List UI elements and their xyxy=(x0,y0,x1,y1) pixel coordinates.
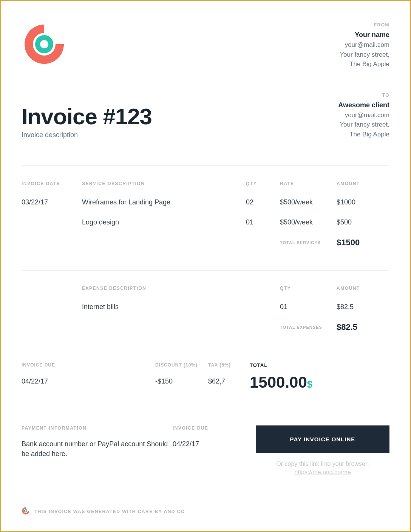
payment-due-label: INVOICE DUE xyxy=(173,425,256,431)
brand-logo xyxy=(22,22,67,69)
copy-link[interactable]: https://me.and.co/me xyxy=(294,469,351,475)
invoice-date-label: INVOICE DATE xyxy=(22,181,82,186)
expenses-total: $82.5 xyxy=(337,322,389,332)
services-table: INVOICE DATE SERVICE DESCRIPTION QTY RAT… xyxy=(22,166,389,226)
copy-link-text: Or copy this link into your browser: htt… xyxy=(256,460,389,477)
footer: THIS INVOICE WAS GENERATED WITH CARE BY … xyxy=(22,507,185,517)
expense-qty: 01 xyxy=(280,303,337,311)
service-desc: Wireframes for Landing Page xyxy=(82,198,246,206)
service-qty: 01 xyxy=(246,218,280,226)
col-qty: QTY xyxy=(246,181,280,186)
invoice-title-block: Invoice #123 Invoice description xyxy=(22,105,152,139)
payment-info-label: PAYMENT INFORMATION xyxy=(22,425,173,431)
tax-value: $62,7 xyxy=(208,377,250,385)
col-amount: AMOUNT xyxy=(337,181,389,186)
tax-label: TAX (5%) xyxy=(208,362,250,368)
service-rate: $500/week xyxy=(280,218,337,226)
total-currency: $ xyxy=(307,379,312,390)
expense-desc: Internet bills xyxy=(82,303,246,311)
to-street: Your fancy street, xyxy=(338,120,389,130)
to-email: your@mail.com xyxy=(338,110,389,120)
svg-point-3 xyxy=(25,510,26,512)
total-label: TOTAL xyxy=(250,362,389,368)
payment-due-value: 04/22/17 xyxy=(173,439,256,449)
invoice-title: Invoice #123 xyxy=(22,105,152,128)
service-amount: $1000 xyxy=(337,198,389,206)
col-expense-desc: EXPENSE DESCRIPTION xyxy=(82,286,246,291)
services-total: $1500 xyxy=(337,238,389,247)
footer-logo-icon xyxy=(22,507,30,517)
svg-point-1 xyxy=(40,40,48,48)
service-qty: 02 xyxy=(246,198,280,206)
total-amount: 1500.00$ xyxy=(250,373,389,391)
pay-invoice-button[interactable]: PAY INVOICE ONLINE xyxy=(256,425,389,453)
invoice-description: Invoice description xyxy=(22,131,152,139)
service-desc: Logo design xyxy=(82,218,246,226)
payment-section: PAYMENT INFORMATION Bank account number … xyxy=(22,425,389,477)
expense-amount: $82.5 xyxy=(337,303,389,311)
services-total-label: TOTAL SERVICES xyxy=(280,240,337,245)
totals-row: INVOICE DUE 04/22/17 DISCOUNT (10%) -$15… xyxy=(22,362,389,391)
copy-link-prefix: Or copy this link into your browser: xyxy=(276,461,369,467)
service-amount: $500 xyxy=(337,218,389,226)
from-label: FROM xyxy=(340,22,389,28)
from-city: The Big Apple xyxy=(340,59,389,69)
from-block: FROM Your name your@mail.com Your fancy … xyxy=(340,22,389,69)
to-label: TO xyxy=(338,92,389,99)
expenses-total-row: TOTAL EXPENSES $82.5 xyxy=(22,322,389,332)
from-email: your@mail.com xyxy=(340,40,389,50)
footer-text: THIS INVOICE WAS GENERATED WITH CARE BY … xyxy=(34,509,185,514)
payment-info-body: Bank account number or PayPal account Sh… xyxy=(22,439,173,459)
from-name: Your name xyxy=(340,30,389,40)
from-street: Your fancy street, xyxy=(340,50,389,60)
to-name: Awesome client xyxy=(338,100,389,110)
expenses-total-label: TOTAL EXPENSES xyxy=(280,325,337,329)
invoice-due: 04/22/17 xyxy=(22,377,82,385)
service-rate: $500/week xyxy=(280,198,337,206)
discount-value: -$150 xyxy=(155,377,208,385)
col-service-desc: SERVICE DESCRIPTION xyxy=(82,181,246,186)
discount-label: DISCOUNT (10%) xyxy=(155,362,208,368)
services-total-row: TOTAL SERVICES $1500 xyxy=(22,238,389,247)
to-city: The Big Apple xyxy=(338,130,389,139)
invoice-date: 03/22/17 xyxy=(22,198,82,206)
col-amount: AMOUNT xyxy=(337,286,389,291)
to-block: TO Awesome client your@mail.com Your fan… xyxy=(338,92,389,139)
col-qty: QTY xyxy=(280,286,337,291)
col-rate: RATE xyxy=(280,181,337,186)
total-number: 1500.00 xyxy=(250,373,307,391)
invoice-due-label: INVOICE DUE xyxy=(22,362,82,368)
expenses-table: EXPENSE DESCRIPTION QTY AMOUNT Internet … xyxy=(22,271,389,311)
